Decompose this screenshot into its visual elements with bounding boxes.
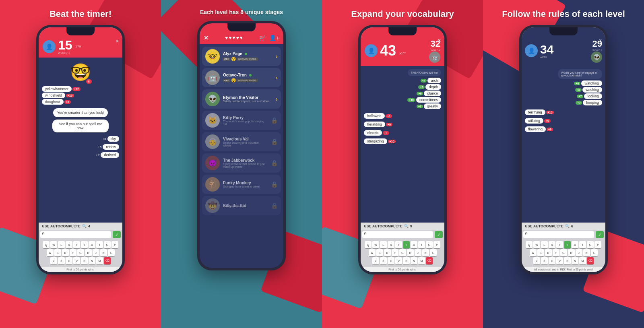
key-h[interactable]: H: [85, 249, 92, 256]
key-b[interactable]: B: [564, 257, 571, 264]
key-y[interactable]: Y: [564, 241, 571, 248]
key-x[interactable]: X: [380, 257, 387, 264]
key-i[interactable]: I: [579, 241, 586, 248]
key-l[interactable]: L: [108, 249, 115, 256]
p3-text-input[interactable]: y: [362, 231, 433, 238]
key-o[interactable]: O: [104, 241, 111, 248]
key-x[interactable]: X: [58, 257, 65, 264]
p2-item-monkey[interactable]: 🐒 Funky Monkey Swinging from vowel to vo…: [202, 175, 281, 194]
key-y[interactable]: Y: [81, 241, 88, 248]
key-k[interactable]: K: [583, 249, 590, 256]
key-p[interactable]: P: [433, 241, 440, 248]
key-backspace[interactable]: ⌫: [587, 257, 594, 264]
key-z[interactable]: Z: [533, 257, 540, 264]
key-j[interactable]: J: [93, 249, 99, 256]
key-x[interactable]: X: [541, 257, 548, 264]
key-n[interactable]: N: [411, 257, 417, 264]
p4-submit-button[interactable]: ✓: [596, 231, 604, 238]
p2-item-octavo[interactable]: 🤖 Octavo-Tron OFF 😵 NORMAL MODE ›: [202, 68, 281, 87]
key-backspace[interactable]: ⌫: [426, 257, 433, 264]
key-w[interactable]: W: [50, 241, 57, 248]
key-i[interactable]: I: [96, 241, 103, 248]
key-m[interactable]: M: [96, 257, 103, 264]
key-v[interactable]: V: [556, 257, 563, 264]
key-v[interactable]: V: [73, 257, 80, 264]
key-n[interactable]: N: [572, 257, 578, 264]
key-h[interactable]: H: [407, 249, 414, 256]
key-o[interactable]: O: [426, 241, 433, 248]
key-t[interactable]: T: [73, 241, 80, 248]
p2-item-billy[interactable]: 🤠 Billy the Kid 🔒: [202, 196, 281, 215]
key-w[interactable]: W: [372, 241, 379, 248]
key-p[interactable]: P: [111, 241, 118, 248]
key-q[interactable]: Q: [526, 241, 533, 248]
key-g[interactable]: G: [77, 249, 84, 256]
key-a[interactable]: A: [369, 249, 376, 256]
key-c[interactable]: C: [66, 257, 72, 264]
p2-item-alyx[interactable]: 🤓 Alyx Page OFF 😵 NORMAL MODE ›: [202, 47, 281, 66]
key-z[interactable]: Z: [372, 257, 379, 264]
p2-item-val[interactable]: 👵 Vivacious Val Senior bowling and pickl…: [202, 132, 281, 151]
key-m[interactable]: M: [418, 257, 425, 264]
key-g[interactable]: G: [399, 249, 406, 256]
key-d[interactable]: D: [545, 249, 552, 256]
p2-item-jabber[interactable]: 😈 The Jabberwock Flying creature that se…: [202, 153, 281, 173]
key-y[interactable]: Y: [403, 241, 410, 248]
key-i[interactable]: I: [418, 241, 425, 248]
key-j[interactable]: J: [576, 249, 582, 256]
key-a[interactable]: A: [530, 249, 537, 256]
p2-close-button[interactable]: ✕: [204, 35, 208, 41]
key-u[interactable]: U: [411, 241, 417, 248]
key-m[interactable]: M: [579, 257, 586, 264]
key-s[interactable]: S: [54, 249, 61, 256]
key-v[interactable]: V: [395, 257, 402, 264]
key-u[interactable]: U: [572, 241, 578, 248]
p1-autocomplete-bar[interactable]: USE AUTOCOMPLETE 🔍 4: [39, 223, 122, 230]
key-h[interactable]: H: [568, 249, 575, 256]
p3-close-button[interactable]: ✕: [438, 38, 441, 43]
key-b[interactable]: B: [403, 257, 410, 264]
key-q[interactable]: Q: [365, 241, 372, 248]
key-u[interactable]: U: [89, 241, 95, 248]
key-n[interactable]: N: [89, 257, 95, 264]
key-b[interactable]: B: [81, 257, 88, 264]
key-d[interactable]: D: [384, 249, 391, 256]
p3-submit-button[interactable]: ✓: [435, 231, 443, 238]
add-friend-icon[interactable]: 👤+: [269, 35, 279, 41]
p2-item-etymon[interactable]: 👽 Etymon the Visitor Totally not from sp…: [202, 89, 281, 109]
key-f[interactable]: F: [392, 249, 398, 256]
key-e[interactable]: E: [58, 241, 65, 248]
key-a[interactable]: A: [47, 249, 54, 256]
key-l[interactable]: L: [430, 249, 437, 256]
p3-autocomplete-bar[interactable]: USE AUTOCOMPLETE 🔍 9: [361, 223, 444, 230]
key-w[interactable]: W: [533, 241, 540, 248]
key-e[interactable]: E: [541, 241, 548, 248]
key-e[interactable]: E: [380, 241, 387, 248]
key-s[interactable]: S: [376, 249, 383, 256]
p1-submit-button[interactable]: ✓: [113, 231, 121, 238]
key-z[interactable]: Z: [50, 257, 57, 264]
key-o[interactable]: O: [587, 241, 594, 248]
key-l[interactable]: L: [591, 249, 598, 256]
key-f[interactable]: F: [70, 249, 76, 256]
key-d[interactable]: D: [62, 249, 69, 256]
key-c[interactable]: C: [549, 257, 555, 264]
key-q[interactable]: Q: [43, 241, 50, 248]
key-f[interactable]: F: [553, 249, 559, 256]
key-g[interactable]: G: [560, 249, 567, 256]
p1-close-button[interactable]: ✕: [116, 39, 119, 44]
cart-icon[interactable]: 🛒: [259, 35, 266, 41]
key-r[interactable]: R: [549, 241, 555, 248]
key-backspace[interactable]: ⌫: [104, 257, 111, 264]
p2-item-kitty[interactable]: 🐱 Kitty Purry The world's most popular s…: [202, 111, 281, 130]
key-c[interactable]: C: [388, 257, 394, 264]
p4-text-input[interactable]: y: [523, 231, 594, 238]
key-k[interactable]: K: [422, 249, 429, 256]
key-k[interactable]: K: [100, 249, 107, 256]
key-t[interactable]: T: [395, 241, 402, 248]
key-j[interactable]: J: [415, 249, 421, 256]
p4-autocomplete-bar[interactable]: USE AUTOCOMPLETE 🔍 6: [522, 223, 605, 230]
key-r[interactable]: R: [388, 241, 394, 248]
key-s[interactable]: S: [537, 249, 544, 256]
key-r[interactable]: R: [66, 241, 72, 248]
